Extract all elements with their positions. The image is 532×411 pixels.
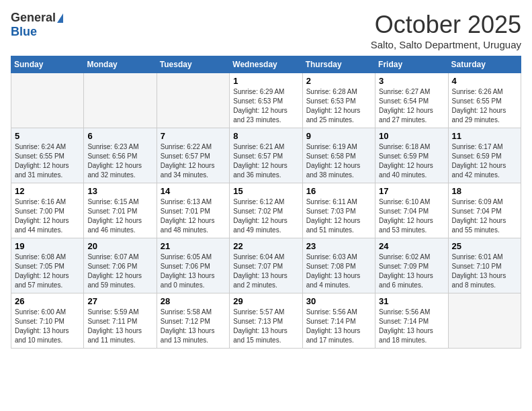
day-info: Sunrise: 6:11 AMSunset: 7:03 PMDaylight:…	[306, 197, 371, 235]
calendar-day-cell: 12Sunrise: 6:16 AMSunset: 7:00 PMDayligh…	[11, 183, 84, 238]
calendar-day-cell	[84, 73, 157, 128]
calendar-day-cell: 25Sunrise: 6:01 AMSunset: 7:10 PMDayligh…	[448, 238, 521, 293]
calendar-day-cell: 16Sunrise: 6:11 AMSunset: 7:03 PMDayligh…	[302, 183, 375, 238]
day-info: Sunrise: 6:27 AMSunset: 6:54 PMDaylight:…	[379, 87, 444, 125]
day-info: Sunrise: 6:01 AMSunset: 7:10 PMDaylight:…	[452, 253, 517, 290]
day-info: Sunrise: 6:02 AMSunset: 7:09 PMDaylight:…	[379, 253, 444, 290]
day-number: 6	[87, 131, 152, 141]
day-number: 20	[87, 241, 152, 251]
day-number: 18	[452, 186, 517, 196]
header-thursday: Thursday	[302, 56, 375, 73]
day-info: Sunrise: 6:05 AMSunset: 7:06 PMDaylight:…	[161, 253, 226, 290]
calendar-day-cell: 1Sunrise: 6:29 AMSunset: 6:53 PMDaylight…	[230, 73, 302, 128]
calendar-day-cell: 26Sunrise: 6:00 AMSunset: 7:10 PMDayligh…	[11, 293, 84, 349]
calendar-day-cell	[448, 293, 521, 349]
month-title: October 2025	[371, 11, 521, 39]
header-saturday: Saturday	[448, 56, 521, 73]
calendar-day-cell: 28Sunrise: 5:58 AMSunset: 7:12 PMDayligh…	[157, 293, 229, 349]
day-info: Sunrise: 6:26 AMSunset: 6:55 PMDaylight:…	[452, 87, 517, 125]
logo: General Blue	[11, 11, 63, 39]
calendar-day-cell: 3Sunrise: 6:27 AMSunset: 6:54 PMDaylight…	[375, 73, 448, 128]
day-info: Sunrise: 6:00 AMSunset: 7:10 PMDaylight:…	[15, 308, 80, 345]
day-info: Sunrise: 6:22 AMSunset: 6:57 PMDaylight:…	[161, 142, 226, 180]
calendar-day-cell	[157, 73, 229, 128]
day-number: 31	[379, 296, 444, 306]
calendar-table: SundayMondayTuesdayWednesdayThursdayFrid…	[11, 56, 521, 349]
day-info: Sunrise: 6:21 AMSunset: 6:57 PMDaylight:…	[233, 142, 298, 180]
calendar-day-cell: 2Sunrise: 6:28 AMSunset: 6:53 PMDaylight…	[302, 73, 375, 128]
page-header: General Blue October 2025 Salto, Salto D…	[11, 11, 521, 50]
calendar-day-cell: 10Sunrise: 6:18 AMSunset: 6:59 PMDayligh…	[375, 128, 448, 183]
day-info: Sunrise: 5:58 AMSunset: 7:12 PMDaylight:…	[161, 308, 226, 345]
day-info: Sunrise: 6:04 AMSunset: 7:07 PMDaylight:…	[233, 253, 298, 290]
calendar-day-cell: 29Sunrise: 5:57 AMSunset: 7:13 PMDayligh…	[230, 293, 302, 349]
day-number: 25	[452, 241, 517, 251]
day-number: 8	[233, 131, 298, 141]
day-info: Sunrise: 6:07 AMSunset: 7:06 PMDaylight:…	[87, 253, 152, 290]
calendar-day-cell: 14Sunrise: 6:13 AMSunset: 7:01 PMDayligh…	[157, 183, 229, 238]
calendar-day-cell: 21Sunrise: 6:05 AMSunset: 7:06 PMDayligh…	[157, 238, 229, 293]
calendar-week-row: 5Sunrise: 6:24 AMSunset: 6:55 PMDaylight…	[11, 128, 521, 183]
calendar-day-cell: 7Sunrise: 6:22 AMSunset: 6:57 PMDaylight…	[157, 128, 229, 183]
header-sunday: Sunday	[11, 56, 84, 73]
day-info: Sunrise: 6:15 AMSunset: 7:01 PMDaylight:…	[87, 197, 152, 235]
calendar-day-cell: 9Sunrise: 6:19 AMSunset: 6:58 PMDaylight…	[302, 128, 375, 183]
calendar-day-cell: 6Sunrise: 6:23 AMSunset: 6:56 PMDaylight…	[84, 128, 157, 183]
day-number: 10	[379, 131, 444, 141]
day-info: Sunrise: 6:17 AMSunset: 6:59 PMDaylight:…	[452, 142, 517, 180]
day-number: 19	[15, 241, 80, 251]
day-number: 30	[306, 296, 371, 306]
day-info: Sunrise: 6:12 AMSunset: 7:02 PMDaylight:…	[233, 197, 298, 235]
day-info: Sunrise: 6:29 AMSunset: 6:53 PMDaylight:…	[233, 87, 298, 125]
calendar-day-cell: 17Sunrise: 6:10 AMSunset: 7:04 PMDayligh…	[375, 183, 448, 238]
calendar-week-row: 12Sunrise: 6:16 AMSunset: 7:00 PMDayligh…	[11, 183, 521, 238]
logo-blue-text: Blue	[11, 25, 37, 39]
day-info: Sunrise: 5:56 AMSunset: 7:14 PMDaylight:…	[379, 308, 444, 345]
header-tuesday: Tuesday	[157, 56, 229, 73]
calendar-day-cell: 13Sunrise: 6:15 AMSunset: 7:01 PMDayligh…	[84, 183, 157, 238]
calendar-day-cell	[11, 73, 84, 128]
day-number: 12	[15, 186, 80, 196]
day-number: 22	[233, 241, 298, 251]
day-number: 29	[233, 296, 298, 306]
header-monday: Monday	[84, 56, 157, 73]
calendar-week-row: 26Sunrise: 6:00 AMSunset: 7:10 PMDayligh…	[11, 293, 521, 349]
day-info: Sunrise: 6:28 AMSunset: 6:53 PMDaylight:…	[306, 87, 371, 125]
day-info: Sunrise: 6:16 AMSunset: 7:00 PMDaylight:…	[15, 197, 80, 235]
location-subtitle: Salto, Salto Department, Uruguay	[371, 39, 521, 50]
day-info: Sunrise: 6:08 AMSunset: 7:05 PMDaylight:…	[15, 253, 80, 290]
calendar-day-cell: 8Sunrise: 6:21 AMSunset: 6:57 PMDaylight…	[230, 128, 302, 183]
logo-general-text: General	[11, 11, 56, 25]
calendar-day-cell: 23Sunrise: 6:03 AMSunset: 7:08 PMDayligh…	[302, 238, 375, 293]
title-section: October 2025 Salto, Salto Department, Ur…	[371, 11, 521, 50]
day-number: 1	[233, 76, 298, 86]
calendar-day-cell: 20Sunrise: 6:07 AMSunset: 7:06 PMDayligh…	[84, 238, 157, 293]
header-wednesday: Wednesday	[230, 56, 302, 73]
calendar-header-row: SundayMondayTuesdayWednesdayThursdayFrid…	[11, 56, 521, 73]
calendar-day-cell: 22Sunrise: 6:04 AMSunset: 7:07 PMDayligh…	[230, 238, 302, 293]
day-info: Sunrise: 6:03 AMSunset: 7:08 PMDaylight:…	[306, 253, 371, 290]
day-number: 7	[161, 131, 226, 141]
day-number: 14	[161, 186, 226, 196]
day-number: 28	[161, 296, 226, 306]
calendar-day-cell: 5Sunrise: 6:24 AMSunset: 6:55 PMDaylight…	[11, 128, 84, 183]
day-info: Sunrise: 6:18 AMSunset: 6:59 PMDaylight:…	[379, 142, 444, 180]
day-info: Sunrise: 6:13 AMSunset: 7:01 PMDaylight:…	[161, 197, 226, 235]
day-info: Sunrise: 6:19 AMSunset: 6:58 PMDaylight:…	[306, 142, 371, 180]
day-number: 24	[379, 241, 444, 251]
day-number: 13	[87, 186, 152, 196]
day-number: 5	[15, 131, 80, 141]
day-number: 2	[306, 76, 371, 86]
day-number: 23	[306, 241, 371, 251]
day-number: 21	[161, 241, 226, 251]
day-number: 9	[306, 131, 371, 141]
calendar-day-cell: 18Sunrise: 6:09 AMSunset: 7:04 PMDayligh…	[448, 183, 521, 238]
calendar-day-cell: 31Sunrise: 5:56 AMSunset: 7:14 PMDayligh…	[375, 293, 448, 349]
day-number: 26	[15, 296, 80, 306]
calendar-week-row: 19Sunrise: 6:08 AMSunset: 7:05 PMDayligh…	[11, 238, 521, 293]
day-info: Sunrise: 6:23 AMSunset: 6:56 PMDaylight:…	[87, 142, 152, 180]
calendar-week-row: 1Sunrise: 6:29 AMSunset: 6:53 PMDaylight…	[11, 73, 521, 128]
day-number: 15	[233, 186, 298, 196]
day-number: 4	[452, 76, 517, 86]
calendar-day-cell: 19Sunrise: 6:08 AMSunset: 7:05 PMDayligh…	[11, 238, 84, 293]
